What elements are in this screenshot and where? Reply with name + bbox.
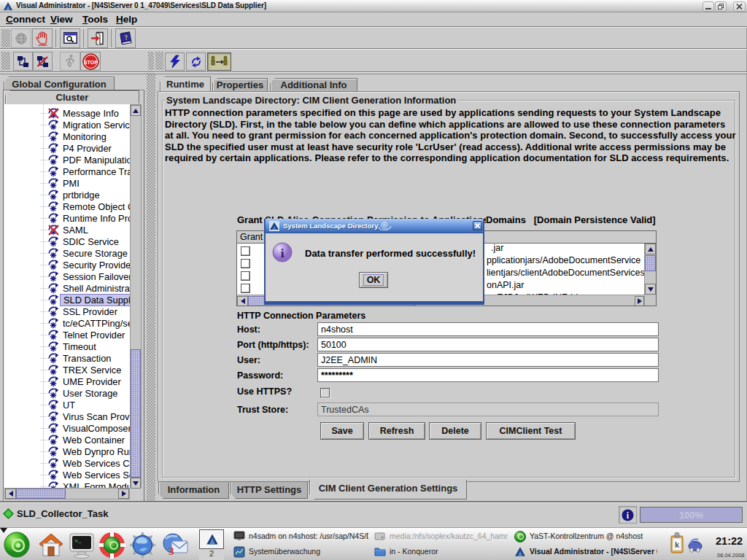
svg-text:>_: >_ <box>74 537 82 544</box>
svg-text:STOP: STOP <box>83 59 98 64</box>
svg-text:k: k <box>675 540 680 549</box>
svg-text:i: i <box>281 246 285 260</box>
svg-text:3: 3 <box>169 545 174 557</box>
